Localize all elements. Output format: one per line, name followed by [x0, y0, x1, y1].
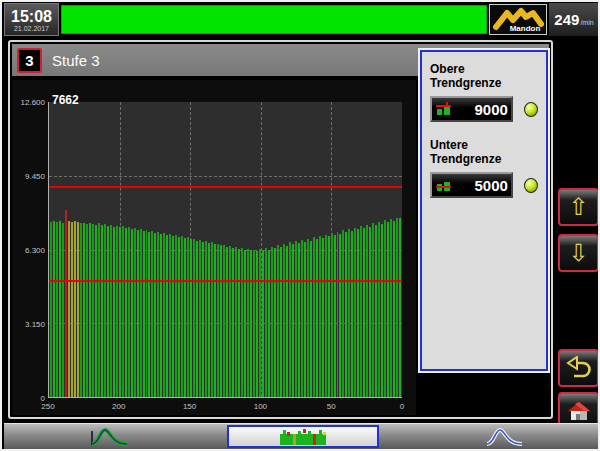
trend-bar	[348, 229, 350, 397]
upper-limit-line	[49, 186, 402, 188]
trend-bar	[381, 224, 383, 397]
trend-bar	[295, 241, 297, 397]
trend-bar	[146, 230, 148, 397]
trend-bar	[313, 237, 315, 397]
trend-bar	[277, 245, 279, 397]
trend-bar	[86, 224, 88, 397]
distribution-curve-blue-icon	[484, 427, 524, 447]
trend-bar	[119, 227, 121, 397]
trend-bar	[253, 250, 255, 398]
trend-bar	[160, 234, 162, 397]
trend-bar	[283, 244, 285, 397]
trend-bar	[238, 249, 240, 397]
x-tick-label: 0	[400, 402, 404, 411]
trend-bar	[89, 223, 91, 397]
nav-distribution-blue[interactable]	[484, 427, 524, 451]
trend-bar	[369, 227, 371, 397]
upper-limit-icon	[435, 102, 453, 116]
trend-bar	[262, 250, 264, 397]
x-axis-labels: 250200150100500	[48, 402, 402, 414]
trend-bar	[393, 221, 395, 397]
page-title: Stufe 3	[52, 52, 100, 69]
back-button[interactable]	[558, 349, 599, 387]
trend-bar	[148, 232, 150, 397]
lower-limit-led	[524, 178, 538, 193]
trend-bar	[328, 236, 330, 397]
y-axis-labels: 12.6009.4506.3003.1500	[12, 102, 45, 398]
trend-bar	[319, 236, 321, 397]
trend-bar	[286, 246, 288, 397]
trend-bar	[339, 234, 341, 397]
rate-unit: /min	[580, 19, 593, 26]
trend-bar	[181, 236, 183, 397]
nav-trend-bars-selected[interactable]	[227, 425, 379, 448]
trend-bar	[387, 222, 389, 397]
trend-bar	[229, 246, 231, 397]
main-frame: 3 Stufe 3 12.6009.4506.3003.1500 7662 25…	[8, 40, 553, 419]
trend-limits-panel: Obere Trendgrenze 9000 Untere Trendgrenz…	[420, 50, 548, 371]
trend-bar	[134, 228, 136, 397]
trend-bar	[214, 244, 216, 397]
trend-bar	[274, 248, 276, 397]
trend-bar	[107, 226, 109, 397]
trend-bar	[80, 223, 82, 397]
trend-bar	[95, 225, 97, 397]
y-tick-label: 3.150	[25, 320, 45, 329]
upper-limit-label: Obere Trendgrenze	[430, 62, 538, 90]
trend-bar	[208, 243, 210, 397]
trend-bar	[77, 222, 79, 397]
trend-bar	[366, 225, 368, 397]
trend-bar	[265, 248, 267, 397]
machine-status-bar	[61, 5, 487, 34]
trend-bar	[116, 226, 118, 397]
trend-bar	[193, 239, 195, 397]
trend-bar	[211, 242, 213, 397]
trend-bar	[244, 250, 246, 397]
trend-bar	[205, 241, 207, 397]
chart-plot-area: 7662	[48, 102, 402, 398]
scroll-up-button[interactable]: ⇧	[558, 188, 599, 226]
nav-distribution-green[interactable]	[89, 427, 129, 451]
trend-bar	[128, 227, 130, 397]
scroll-down-button[interactable]: ⇩	[558, 234, 599, 272]
trend-bar	[316, 239, 318, 397]
arrow-down-icon: ⇩	[568, 241, 588, 265]
x-tick-label: 200	[112, 402, 125, 411]
upper-limit-field[interactable]: 9000	[430, 96, 513, 122]
trend-bar	[68, 221, 70, 397]
trend-bar	[59, 221, 61, 397]
trend-bar	[235, 247, 237, 397]
trend-bar	[110, 225, 112, 397]
trend-bar	[143, 231, 145, 397]
trend-bar	[157, 232, 159, 397]
trend-bar	[217, 244, 219, 397]
trend-bar	[256, 251, 258, 397]
trend-bar	[289, 242, 291, 397]
trend-bar	[378, 222, 380, 397]
trend-bar	[71, 222, 73, 397]
trend-bar	[166, 235, 168, 397]
trend-bar	[241, 248, 243, 397]
trend-bars-icon	[279, 428, 327, 445]
trend-bar	[399, 218, 401, 397]
trend-bar	[172, 236, 174, 397]
trend-bar	[345, 232, 347, 397]
arrow-up-icon: ⇧	[568, 195, 588, 219]
trend-bar	[351, 231, 353, 397]
trend-bar	[375, 225, 377, 397]
trend-bar	[199, 240, 201, 397]
trend-bar	[98, 223, 100, 397]
lower-limit-icon	[435, 178, 453, 192]
trend-bar	[169, 234, 171, 397]
trend-bar	[53, 221, 55, 397]
trend-bar	[280, 247, 282, 397]
trend-bar	[334, 235, 336, 397]
lower-limit-field[interactable]: 5000	[430, 172, 513, 198]
x-tick-label: 50	[327, 402, 336, 411]
trend-bar	[92, 224, 94, 397]
trend-bar	[184, 238, 186, 397]
trend-bar	[131, 229, 133, 397]
upper-limit-led	[524, 102, 538, 117]
trend-bar	[247, 249, 249, 397]
trend-bar	[298, 243, 300, 397]
